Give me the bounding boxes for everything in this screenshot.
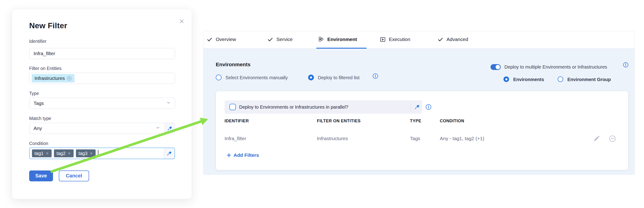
match-type-label: Match type	[29, 116, 51, 121]
divider	[410, 102, 411, 112]
parallel-deploy-label: Deploy to Environments or Infrastructure…	[239, 100, 348, 114]
add-filters-button[interactable]: Add Filters	[226, 152, 259, 158]
remove-filter-icon[interactable]	[608, 135, 616, 142]
info-icon[interactable]	[623, 62, 628, 68]
radio-label: Environments	[513, 77, 544, 82]
toggle-label: Deploy to multiple Environments or Infra…	[504, 64, 607, 70]
column-header: CONDITION	[440, 118, 464, 124]
pin-runtime-input-button[interactable]	[164, 148, 174, 159]
chevron-down-icon	[155, 125, 160, 132]
condition-tag: tag2	[54, 150, 74, 157]
text-cursor	[98, 150, 98, 157]
condition-tag: tag1	[32, 150, 52, 157]
environment-icon	[318, 36, 324, 42]
check-icon	[437, 36, 444, 42]
identifier-label: Identifier	[29, 39, 46, 44]
plus-icon	[226, 153, 232, 158]
pin-runtime-input-button[interactable]	[414, 104, 420, 111]
tab-advanced[interactable]: Advanced	[437, 31, 468, 48]
modal-title: New Filter	[29, 21, 67, 30]
cell-identifier: Infra_filter	[224, 136, 246, 141]
radio-deploy-to-filtered-list[interactable]	[308, 74, 314, 80]
tab-environment[interactable]: Environment	[318, 31, 357, 48]
type-value: Tags	[34, 100, 44, 106]
remove-tag-icon[interactable]	[67, 152, 71, 155]
radio-label: Deploy to filtered list	[318, 75, 360, 80]
entities-chip: Infrastructures	[32, 74, 74, 82]
radio-label: Environment Group	[568, 77, 611, 82]
cancel-button[interactable]: Cancel	[59, 170, 89, 181]
radio-environments[interactable]	[504, 76, 509, 82]
column-header: TYPE	[410, 118, 421, 124]
radio-label: Select Environments manually	[226, 75, 288, 80]
tab-service[interactable]: Service	[267, 31, 292, 48]
entities-input[interactable]: Infrastructures	[29, 73, 175, 84]
cell-condition: Any - tag1, tag2 (+1)	[440, 136, 484, 141]
remove-tag-icon[interactable]	[45, 152, 49, 155]
match-type-value: Any	[34, 126, 42, 131]
condition-input[interactable]: tag1 tag2 tag3	[29, 148, 175, 159]
environments-heading: Environments	[216, 62, 250, 68]
column-header: IDENTIFIER	[224, 118, 249, 124]
type-select[interactable]: Tags	[29, 98, 175, 109]
edit-filter-icon[interactable]	[593, 135, 600, 142]
identifier-value: Infra_filter	[34, 51, 55, 56]
execution-icon	[380, 36, 386, 42]
cell-entities: Infrastructures	[317, 136, 348, 141]
filters-card: Deploy to Environments or Infrastructure…	[216, 91, 628, 170]
column-header: FILTER ON ENTITIES	[317, 118, 361, 124]
check-icon	[267, 36, 274, 42]
tab-overview[interactable]: Overview	[206, 31, 236, 48]
identifier-input[interactable]: Infra_filter	[29, 48, 175, 59]
check-icon	[206, 36, 213, 42]
environment-tab-body: Environments Select Environments manuall…	[204, 49, 634, 175]
save-button[interactable]: Save	[29, 170, 53, 181]
toggle-deploy-multiple-environments[interactable]	[490, 64, 501, 70]
parallel-deploy-row: Deploy to Environments or Infrastructure…	[224, 100, 422, 114]
condition-tag: tag3	[76, 150, 96, 157]
chevron-down-icon	[166, 100, 171, 106]
remove-chip-icon[interactable]	[67, 76, 72, 81]
radio-environment-group[interactable]	[558, 76, 563, 82]
info-icon[interactable]	[426, 104, 432, 111]
type-label: Type	[29, 91, 39, 96]
stage-tabbar: Overview Service Environment Execution	[204, 31, 634, 49]
close-icon[interactable]	[178, 17, 186, 25]
entities-label: Filter on Entities	[29, 66, 62, 71]
cell-type: Tags	[410, 136, 420, 141]
stage-config-panel: Overview Service Environment Execution	[203, 31, 635, 175]
condition-label: Condition	[29, 141, 48, 146]
remove-tag-icon[interactable]	[89, 152, 93, 155]
page: New Filter Identifier Infra_filter Filte…	[0, 0, 644, 208]
tab-execution[interactable]: Execution	[380, 31, 410, 48]
pin-runtime-input-button[interactable]	[164, 123, 175, 134]
radio-select-environments-manually[interactable]	[216, 74, 222, 80]
match-type-select[interactable]: Any	[29, 123, 175, 134]
new-filter-modal: New Filter Identifier Infra_filter Filte…	[12, 9, 192, 199]
info-icon[interactable]	[372, 73, 378, 80]
parallel-deploy-checkbox[interactable]	[230, 104, 236, 110]
